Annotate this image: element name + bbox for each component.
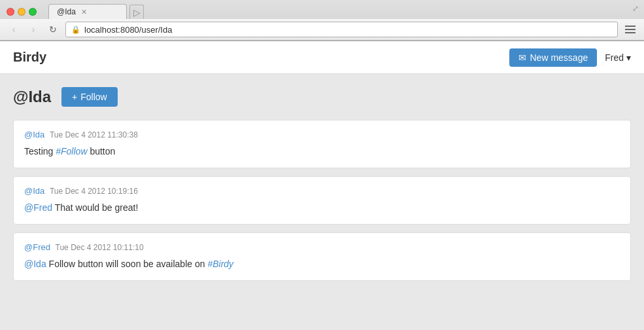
app-header: Birdy ✉ New message Fred ▾: [0, 41, 644, 74]
message-timestamp: Tue Dec 4 2012 10:11:10: [56, 243, 144, 252]
address-bar[interactable]: 🔒 localhost:8080/user/Ida: [65, 22, 618, 37]
username-label: Fred: [605, 52, 624, 63]
new-tab-button[interactable]: ▷: [129, 5, 144, 19]
new-message-button[interactable]: ✉ New message: [509, 48, 598, 67]
back-button[interactable]: ‹: [7, 22, 21, 37]
close-button[interactable]: [7, 8, 14, 16]
tab-title: @Ida: [57, 7, 76, 16]
follow-plus-icon: +: [72, 92, 77, 102]
active-tab[interactable]: @Ida ✕: [48, 4, 127, 19]
message-timestamp: Tue Dec 4 2012 10:19:16: [50, 187, 138, 196]
new-message-label: New message: [530, 52, 588, 63]
message-meta: @Fred Tue Dec 4 2012 10:11:10: [24, 242, 620, 252]
hamburger-line-3: [625, 32, 636, 33]
tab-close-icon[interactable]: ✕: [81, 8, 87, 16]
address-lock-icon: 🔒: [71, 26, 80, 34]
message-card: @Ida Tue Dec 4 2012 10:19:16 @Fred That …: [13, 176, 631, 225]
tab-bar: @Ida ✕ ▷: [48, 4, 144, 19]
message-author[interactable]: @Fred: [24, 242, 50, 252]
hamburger-line-2: [625, 29, 636, 30]
message-body: Testing #Follow button: [24, 145, 620, 158]
forward-button[interactable]: ›: [26, 22, 41, 37]
url-text: localhost:8080/user/Ida: [84, 25, 172, 35]
maximize-button[interactable]: [29, 8, 37, 16]
minimize-button[interactable]: [18, 8, 25, 16]
profile-username: @Ida: [13, 88, 51, 106]
app-title: Birdy: [13, 50, 46, 65]
mention-ida[interactable]: @Ida: [24, 259, 46, 269]
user-menu[interactable]: Fred ▾: [605, 52, 631, 63]
message-card: @Ida Tue Dec 4 2012 11:30:38 Testing #Fo…: [13, 120, 631, 168]
hashtag[interactable]: #Follow: [56, 146, 87, 156]
menu-button[interactable]: [623, 22, 637, 37]
dropdown-icon: ▾: [626, 52, 631, 63]
header-right: ✉ New message Fred ▾: [509, 48, 632, 67]
mention-fred[interactable]: @Fred: [24, 202, 52, 213]
message-body: @Ida Follow button will soon be availabl…: [24, 257, 620, 271]
profile-header: @Ida + Follow: [13, 87, 631, 107]
new-message-icon: ✉: [518, 52, 526, 63]
message-card: @Fred Tue Dec 4 2012 10:11:10 @Ida Follo…: [13, 232, 631, 281]
refresh-button[interactable]: ↻: [46, 22, 60, 37]
message-meta: @Ida Tue Dec 4 2012 10:19:16: [24, 186, 620, 196]
message-author[interactable]: @Ida: [24, 130, 44, 139]
hashtag-birdy[interactable]: #Birdy: [207, 259, 233, 269]
message-author[interactable]: @Ida: [24, 186, 44, 196]
resize-icon: ⤢: [632, 4, 639, 13]
traffic-lights: [7, 8, 37, 16]
page-content: @Ida + Follow @Ida Tue Dec 4 2012 11:30:…: [0, 74, 644, 319]
message-meta: @Ida Tue Dec 4 2012 11:30:38: [24, 130, 620, 139]
nav-bar: ‹ › ↻ 🔒 localhost:8080/user/Ida: [0, 19, 644, 41]
hamburger-line-1: [625, 26, 636, 27]
message-body: @Fred That would be great!: [24, 201, 620, 215]
follow-button[interactable]: + Follow: [61, 87, 118, 107]
title-bar: @Ida ✕ ▷ ⤢: [0, 0, 644, 19]
message-timestamp: Tue Dec 4 2012 11:30:38: [50, 130, 138, 139]
browser-chrome: @Ida ✕ ▷ ⤢ ‹ › ↻ 🔒 localhost:8080/user/I…: [0, 0, 644, 41]
follow-label: Follow: [80, 92, 107, 102]
